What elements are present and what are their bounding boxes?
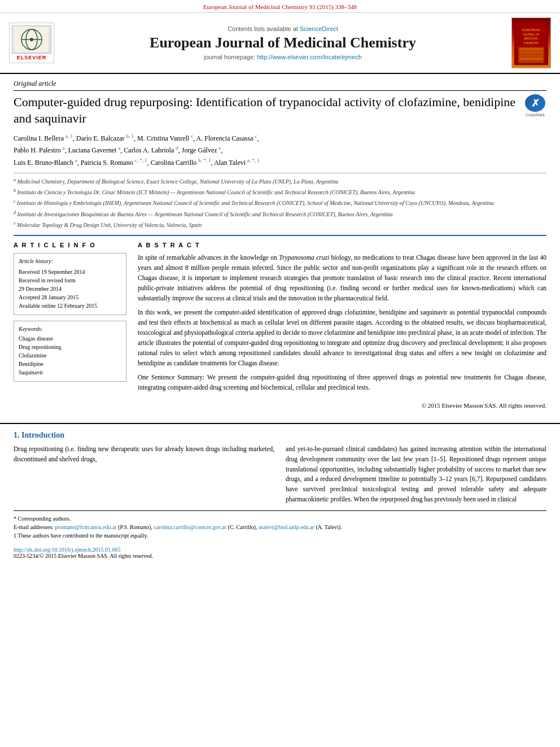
journal-info: Contents lists available at ScienceDirec… xyxy=(61,25,505,60)
keywords-box: Keywords: Chagas disease Drug reposition… xyxy=(14,321,126,382)
svg-rect-14 xyxy=(519,55,542,57)
crossmark-icon: ✗ xyxy=(525,94,545,112)
accepted-date: Accepted 28 January 2015 xyxy=(19,293,121,302)
keyword-chagas: Chagas disease xyxy=(19,334,121,343)
affil-b: b Instituto de Ciencia y Tecnología Dr. … xyxy=(14,187,546,196)
keyword-reposition: Drug repositioning xyxy=(19,343,121,351)
journal-citation: European Journal of Medicinal Chemistry … xyxy=(0,0,560,13)
email-carrillo[interactable]: carolina.carrillo@conicet.gov.ar xyxy=(154,524,226,530)
article-info-heading: A R T I C L E I N F O xyxy=(14,242,126,248)
article-title-row: Computer-guided drug repurposing: Identi… xyxy=(14,94,546,126)
email-label: E-mail addresses: xyxy=(14,524,54,530)
svg-text:JOURNAL OF: JOURNAL OF xyxy=(523,33,540,36)
affil-d: d Instituto de Investigaciones Bioquímic… xyxy=(14,209,546,219)
homepage-line: journal homepage: http://www.elsevier.co… xyxy=(61,54,505,60)
intro-number: 1. xyxy=(14,431,21,439)
section-divider xyxy=(0,423,560,424)
article-history-box: Article history: Received 19 September 2… xyxy=(14,253,126,315)
keyword-benidipine: Benidipine xyxy=(19,360,121,368)
copyright-notice: © 2015 Elsevier Masson SAS. All rights r… xyxy=(138,397,546,410)
main-content: Original article Computer-guided drug re… xyxy=(0,74,560,416)
affil-e: e Molecular Topology & Drug Design Unit,… xyxy=(14,220,546,229)
keywords-title: Keywords: xyxy=(19,326,121,332)
footnotes: * Corresponding authors. E-mail addresse… xyxy=(14,510,546,540)
svg-rect-12 xyxy=(519,48,542,50)
authors-list: Carolina I. Bellera a, 1, Darío E. Balca… xyxy=(14,132,546,168)
intro-col1: Drug repositioning (i.e. finding new the… xyxy=(14,444,274,505)
affil-a: a Medicinal Chemistry, Department of Bio… xyxy=(14,177,546,186)
svg-point-4 xyxy=(30,38,33,41)
sciencedirect-link[interactable]: ScienceDirect xyxy=(300,25,338,32)
available-date: Available online 12 February 2015 xyxy=(19,302,121,310)
elsevier-logo-image xyxy=(12,25,51,54)
article-history-title: Article history: xyxy=(19,258,121,264)
intro-title: Introduction xyxy=(21,431,64,439)
svg-rect-15 xyxy=(519,58,542,60)
doi-link[interactable]: http://dx.doi.org/10.1016/j.ejmech.2015.… xyxy=(14,547,121,553)
corresponding-note: * Corresponding authors. xyxy=(14,514,546,523)
abstract-heading: A B S T R A C T xyxy=(138,242,546,248)
bottom-bar: http://dx.doi.org/10.1016/j.ejmech.2015.… xyxy=(0,543,560,562)
journal-title: European Journal of Medicinal Chemistry xyxy=(61,34,505,51)
crossmark-label: CrossMark xyxy=(526,113,545,117)
intro-body: Drug repositioning (i.e. finding new the… xyxy=(14,444,546,505)
article-title: Computer-guided drug repurposing: Identi… xyxy=(14,94,517,126)
received-date: Received 19 September 2014 xyxy=(19,268,121,276)
email-line: E-mail addresses: promano@fcm.uncu.edu.a… xyxy=(14,523,546,531)
journal-header: ELSEVIER Contents lists available at Sci… xyxy=(0,13,560,74)
sciencedirect-line: Contents lists available at ScienceDirec… xyxy=(61,25,505,32)
svg-text:EUROPEAN: EUROPEAN xyxy=(522,28,540,32)
intro-col2: and yet-to-be-pursued clinical candidate… xyxy=(286,444,546,505)
svg-rect-13 xyxy=(519,51,542,54)
affil-c: c Instituto de Histología y Embriología … xyxy=(14,198,546,207)
issn-line: 0223-5234/© 2015 Elsevier Masson SAS. Al… xyxy=(14,553,153,559)
intro-heading: 1. Introduction xyxy=(14,431,546,440)
abstract-col: A B S T R A C T In spite of remarkable a… xyxy=(138,242,546,410)
crossmark-badge[interactable]: ✗ CrossMark xyxy=(524,94,546,117)
abstract-para-3: One Sentence Summary: We present the com… xyxy=(138,373,546,393)
email-talevi[interactable]: atalevi@biol.unlp.edu.ar xyxy=(259,524,314,530)
elsevier-logo: ELSEVIER xyxy=(9,23,54,63)
elsevier-wordmark: ELSEVIER xyxy=(12,55,51,60)
abstract-text: In spite of remarkable advances in the k… xyxy=(138,253,546,410)
journal-cover-image: EUROPEAN JOURNAL OF MEDICINAL CHEMISTRY xyxy=(511,18,551,68)
svg-text:CHEMISTRY: CHEMISTRY xyxy=(523,42,539,45)
intro-text-col2: and yet-to-be-pursued clinical candidate… xyxy=(286,444,546,505)
svg-text:MEDICINAL: MEDICINAL xyxy=(524,37,539,40)
keyword-saquinavir: Saquinavir xyxy=(19,368,121,377)
abstract-para-2: In this work, we present the computer-ai… xyxy=(138,308,546,368)
article-info-abstract: A R T I C L E I N F O Article history: R… xyxy=(14,235,546,410)
article-info-col: A R T I C L E I N F O Article history: R… xyxy=(14,242,126,410)
intro-text-col1: Drug repositioning (i.e. finding new the… xyxy=(14,444,274,465)
footnote-1: 1 These authors have contributed to the … xyxy=(14,531,546,540)
affiliations: a Medicinal Chemistry, Department of Bio… xyxy=(14,173,546,230)
email-romano[interactable]: promano@fcm.uncu.edu.ar xyxy=(55,524,116,530)
homepage-link[interactable]: http://www.elsevier.com/locate/ejmech xyxy=(257,54,362,60)
introduction-section: 1. Introduction Drug repositioning (i.e.… xyxy=(0,431,560,505)
citation-text: European Journal of Medicinal Chemistry … xyxy=(203,3,357,10)
keyword-clofazimine: Clofazimine xyxy=(19,351,121,360)
article-type: Original article xyxy=(14,80,546,91)
abstract-para-1: In spite of remarkable advances in the k… xyxy=(138,253,546,303)
revised-date: Received in revised form29 December 2014 xyxy=(19,276,121,293)
